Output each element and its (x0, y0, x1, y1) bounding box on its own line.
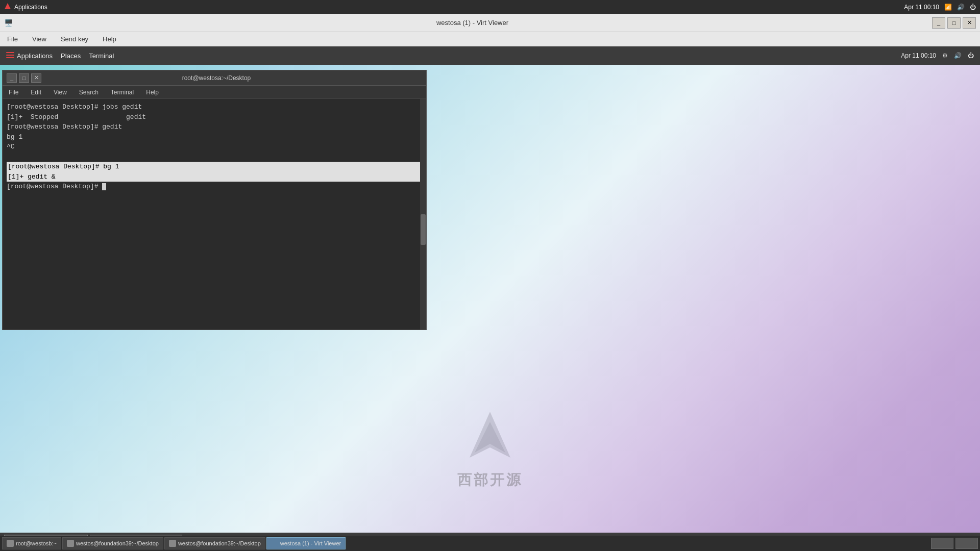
terminal-titlebar: _ □ ✕ root@westosa:~/Desktop (3, 70, 426, 86)
svg-rect-1 (6, 52, 14, 53)
host-taskbar-item-2[interactable]: westos@foundation39:~/Desktop (62, 537, 163, 549)
svg-rect-3 (6, 57, 14, 58)
terminal-scrollbar[interactable] (420, 99, 426, 330)
terminal-menu-help[interactable]: Help (144, 88, 161, 96)
watermark-icon (464, 409, 516, 465)
network-icon: 📶 (944, 4, 952, 11)
host-taskbar: root@westosb:~ westos@foundation39:~/Des… (0, 536, 980, 551)
virt-menu-sendkey[interactable]: Send key (58, 34, 91, 44)
terminal-line-1: [root@westosa Desktop]# jobs gedit (7, 102, 422, 112)
virt-menu-file[interactable]: File (4, 34, 21, 44)
terminal-line-6 (7, 152, 422, 162)
host-app-menu[interactable] (4, 3, 11, 11)
svg-marker-4 (470, 412, 510, 458)
virt-close-button[interactable]: ✕ (963, 17, 976, 29)
vm-places-menu[interactable]: Places (61, 52, 81, 60)
vm-panel-right: Apr 11 00:10 ⚙ 🔊 ⏻ (901, 52, 974, 59)
system-datetime: Apr 11 00:10 (904, 4, 939, 11)
terminal-title-text: root@westosa:~/Desktop (41, 74, 391, 82)
terminal-line-7: [root@westosa Desktop]# bg 1 (7, 162, 422, 172)
volume-icon: 🔊 (957, 4, 965, 11)
terminal-scrollbar-thumb[interactable] (421, 214, 426, 245)
terminal-menu-file[interactable]: File (7, 88, 20, 96)
vm-panel: Applications Places Terminal Apr 11 00:1… (0, 46, 980, 65)
terminal-line-4: bg 1 (7, 132, 422, 142)
terminal-menu-view[interactable]: View (52, 88, 69, 96)
vm-applications-menu[interactable]: Applications (6, 52, 53, 60)
terminal-menu-search[interactable]: Search (77, 88, 101, 96)
host-taskbar-item-4[interactable]: westosa (1) - Virt Viewer (266, 537, 346, 549)
host-indicator-1[interactable] (931, 538, 953, 549)
terminal-body[interactable]: [root@westosa Desktop]# jobs gedit [1]+ … (3, 99, 426, 330)
power-icon[interactable]: ⏻ (970, 4, 976, 11)
host-task-label-2: westos@foundation39:~/Desktop (76, 540, 159, 546)
host-task-icon-1 (7, 540, 14, 547)
host-taskbar-item-3[interactable]: westos@foundation39:~/Desktop (164, 537, 265, 549)
host-indicator-2[interactable] (955, 538, 978, 549)
svg-marker-0 (5, 3, 11, 9)
terminal-title-controls: _ □ ✕ (7, 73, 41, 83)
terminal-minimize-button[interactable]: _ (7, 73, 17, 83)
host-task-icon-4 (271, 540, 278, 547)
host-task-icon-3 (169, 540, 176, 547)
host-task-label-3: westos@foundation39:~/Desktop (178, 540, 261, 546)
vm-power-icon[interactable]: ⏻ (968, 52, 974, 59)
watermark: 西部开源 (457, 409, 523, 490)
host-task-icon-2 (67, 540, 74, 547)
host-applications-label[interactable]: Applications (14, 4, 47, 11)
virt-viewer-window: 🖥️ westosa (1) - Virt Viewer _ □ ✕ File … (0, 14, 980, 551)
virt-viewer-icon: 🖥️ (4, 19, 13, 27)
virt-title-controls: _ □ ✕ (932, 17, 976, 29)
vm-panel-left: Applications Places Terminal (6, 52, 114, 60)
watermark-text: 西部开源 (457, 470, 523, 490)
svg-marker-5 (475, 422, 505, 453)
terminal-window: _ □ ✕ root@westosa:~/Desktop File Edit V… (2, 70, 427, 330)
virt-title-bar: 🖥️ westosa (1) - Virt Viewer _ □ ✕ (0, 14, 980, 32)
system-bar-left: Applications (4, 3, 47, 11)
terminal-line-2: [1]+ Stopped gedit (7, 112, 422, 122)
host-taskbar-right (931, 538, 978, 549)
vm-terminal-menu[interactable]: Terminal (89, 52, 114, 60)
vm-desktop: Applications Places Terminal Apr 11 00:1… (0, 46, 980, 551)
system-bar-right: Apr 11 00:10 📶 🔊 ⏻ (904, 4, 976, 11)
terminal-maximize-button[interactable]: □ (19, 73, 29, 83)
virt-minimize-button[interactable]: _ (932, 17, 945, 29)
terminal-menu-edit[interactable]: Edit (29, 88, 43, 96)
vm-datetime: Apr 11 00:10 (901, 52, 936, 59)
terminal-line-5: ^C (7, 142, 422, 152)
vm-applications-label[interactable]: Applications (17, 52, 53, 60)
host-taskbar-item-1[interactable]: root@westosb:~ (2, 537, 61, 549)
host-system-bar: Applications Apr 11 00:10 📶 🔊 ⏻ (0, 0, 980, 14)
virt-menu-help[interactable]: Help (100, 34, 119, 44)
terminal-menubar: File Edit View Search Terminal Help (3, 86, 426, 99)
vm-apps-icon (6, 52, 14, 60)
vm-volume-icon[interactable]: 🔊 (954, 52, 962, 59)
host-task-label-1: root@westosb:~ (16, 540, 57, 546)
svg-rect-2 (6, 55, 14, 56)
virt-menu-view[interactable]: View (29, 34, 50, 44)
host-task-label-4: westosa (1) - Virt Viewer (280, 540, 341, 546)
terminal-close-button[interactable]: ✕ (31, 73, 41, 83)
terminal-line-8: [1]+ gedit & (7, 172, 422, 182)
terminal-menu-terminal[interactable]: Terminal (109, 88, 136, 96)
virt-title-text: westosa (1) - Virt Viewer (13, 19, 932, 27)
terminal-line-9[interactable]: [root@westosa Desktop]# (7, 182, 422, 192)
vm-settings-icon[interactable]: ⚙ (942, 52, 948, 59)
virt-menubar: File View Send key Help (0, 32, 980, 46)
virt-maximize-button[interactable]: □ (947, 17, 961, 29)
terminal-line-3: [root@westosa Desktop]# gedit (7, 122, 422, 132)
